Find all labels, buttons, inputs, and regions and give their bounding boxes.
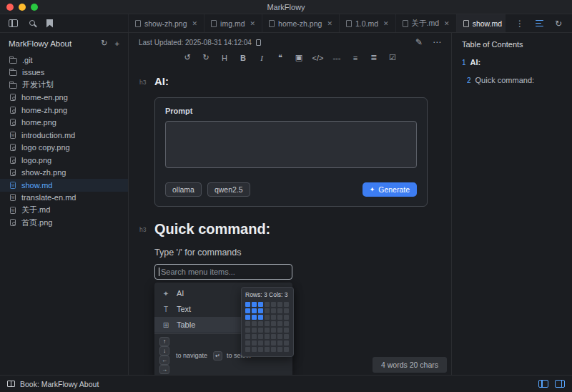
ordered-list-icon[interactable]: ≣ <box>367 51 380 64</box>
tree-item-home-en.png[interactable]: home-en.png <box>0 92 128 104</box>
grid-cell[interactable] <box>245 340 250 346</box>
close-tab-icon[interactable]: ✕ <box>250 20 256 27</box>
grid-cell[interactable] <box>245 302 250 307</box>
right-panel-toggle-icon[interactable] <box>555 380 565 388</box>
close-tab-icon[interactable]: ✕ <box>444 20 450 27</box>
tree-item-show.md[interactable]: show.md <box>0 179 128 192</box>
close-window-button[interactable] <box>6 4 14 11</box>
grid-cell[interactable] <box>277 302 282 307</box>
minimize-window-button[interactable] <box>19 4 26 11</box>
tab-img.md[interactable]: img.md✕ <box>204 14 262 32</box>
close-tab-icon[interactable]: ✕ <box>383 20 389 27</box>
grid-cell[interactable] <box>284 340 289 346</box>
task-list-icon[interactable]: ☑ <box>385 51 399 64</box>
image-icon[interactable]: ▣ <box>292 51 306 64</box>
grid-cell[interactable] <box>271 315 276 320</box>
more-menu-icon[interactable]: ⋮ <box>516 19 524 29</box>
grid-cell[interactable] <box>245 347 250 352</box>
tab-1.0.md[interactable]: 1.0.md✕ <box>340 14 396 32</box>
search-menu-input[interactable] <box>161 268 288 276</box>
bold-icon[interactable]: B <box>237 51 250 64</box>
toc-item-quick-command-[interactable]: 2Quick command: <box>462 76 562 84</box>
grid-cell[interactable] <box>265 334 270 339</box>
grid-cell[interactable] <box>271 302 276 307</box>
editor-more-icon[interactable]: ⋯ <box>433 37 441 47</box>
tree-item-introduction.md[interactable]: introduction.md <box>0 129 128 142</box>
tree-item-首页.png[interactable]: 首页.png <box>0 217 128 230</box>
grid-cell[interactable] <box>252 315 257 320</box>
tree-item-logo copy.png[interactable]: logo copy.png <box>0 142 128 155</box>
tab-关于.md[interactable]: 关于.md✕ <box>396 14 457 32</box>
grid-cell[interactable] <box>277 321 282 326</box>
tree-item-.git[interactable]: .git <box>0 54 128 67</box>
grid-cell[interactable] <box>271 321 276 326</box>
grid-cell[interactable] <box>252 308 257 313</box>
grid-cell[interactable] <box>252 340 257 346</box>
grid-cell[interactable] <box>277 334 282 339</box>
grid-cell[interactable] <box>258 321 263 326</box>
grid-cell[interactable] <box>277 315 282 320</box>
left-panel-toggle-icon[interactable] <box>538 380 548 388</box>
refresh-tree-icon[interactable]: ↻ <box>101 39 107 48</box>
grid-cell[interactable] <box>284 308 289 313</box>
model-provider-chip[interactable]: ollama <box>165 182 202 197</box>
search-icon[interactable] <box>29 20 35 26</box>
bookmark-icon[interactable] <box>46 19 53 28</box>
grid-cell[interactable] <box>271 308 276 313</box>
grid-cell[interactable] <box>277 308 282 313</box>
grid-cell[interactable] <box>258 302 263 307</box>
tree-item-issues[interactable]: issues <box>0 67 128 79</box>
grid-cell[interactable] <box>271 328 276 333</box>
grid-cell[interactable] <box>284 321 289 326</box>
new-file-icon[interactable]: + <box>115 39 119 48</box>
heading-icon[interactable]: H <box>218 51 232 64</box>
grid-cell[interactable] <box>271 340 276 346</box>
tab-show.md[interactable]: show.md✕ <box>457 14 506 32</box>
italic-icon[interactable]: I <box>255 51 269 64</box>
grid-cell[interactable] <box>252 328 257 333</box>
grid-cell[interactable] <box>258 334 263 339</box>
slash-search-box[interactable] <box>154 264 292 280</box>
redo-icon[interactable]: ↻ <box>199 51 213 64</box>
grid-cell[interactable] <box>265 328 270 333</box>
tab-show-zh.png[interactable]: show-zh.png✕ <box>129 14 204 32</box>
tab-home-zh.png[interactable]: home-zh.png✕ <box>262 14 340 32</box>
grid-cell[interactable] <box>271 347 276 352</box>
grid-cell[interactable] <box>277 340 282 346</box>
grid-cell[interactable] <box>284 328 289 333</box>
grid-cell[interactable] <box>277 328 282 333</box>
close-tab-icon[interactable]: ✕ <box>327 20 332 27</box>
grid-cell[interactable] <box>271 334 276 339</box>
grid-cell[interactable] <box>245 315 250 320</box>
toc-toggle-icon[interactable] <box>536 20 543 27</box>
grid-cell[interactable] <box>245 328 250 333</box>
prompt-textarea[interactable] <box>165 121 417 168</box>
tree-item-translate-en.md[interactable]: translate-en.md <box>0 192 128 205</box>
grid-cell[interactable] <box>245 321 250 326</box>
grid-cell[interactable] <box>284 315 289 320</box>
tree-item-show-zh.png[interactable]: show-zh.png <box>0 167 128 180</box>
grid-cell[interactable] <box>258 340 263 346</box>
grid-cell[interactable] <box>265 308 270 313</box>
toc-item-ai-[interactable]: 1AI: <box>462 58 562 67</box>
grid-cell[interactable] <box>258 308 263 313</box>
quote-icon[interactable]: ❝ <box>274 51 287 64</box>
grid-cell[interactable] <box>258 315 263 320</box>
tree-item-关于.md[interactable]: 关于.md <box>0 204 128 217</box>
grid-cell[interactable] <box>265 347 270 352</box>
grid-cell[interactable] <box>265 315 270 320</box>
grid-cell[interactable] <box>258 328 263 333</box>
grid-cell[interactable] <box>265 340 270 346</box>
grid-cell[interactable] <box>245 308 250 313</box>
tree-item-logo.png[interactable]: logo.png <box>0 154 128 167</box>
grid-cell[interactable] <box>252 302 257 307</box>
tree-item-开发计划[interactable]: 开发计划 <box>0 79 128 92</box>
editor-content[interactable]: h3 AI: Prompt ollama qwen2.5 ✦ Generate <box>129 68 451 375</box>
grid-cell[interactable] <box>258 347 263 352</box>
zoom-window-button[interactable] <box>31 4 38 11</box>
grid-cell[interactable] <box>265 302 270 307</box>
edit-mode-icon[interactable]: ✎ <box>415 37 423 47</box>
grid-cell[interactable] <box>245 334 250 339</box>
grid-cell[interactable] <box>265 321 270 326</box>
grid-cell[interactable] <box>284 347 289 352</box>
